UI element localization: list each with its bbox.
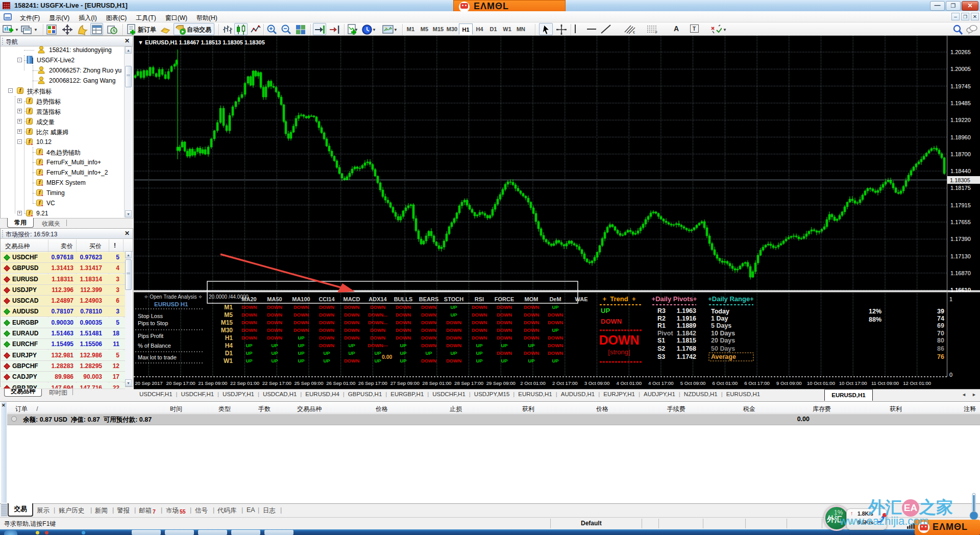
svg-text:✧ Open Trade Analysis ✧: ✧ Open Trade Analysis ✧ bbox=[144, 294, 203, 300]
svg-text:10 Oct 01:00: 10 Oct 01:00 bbox=[807, 380, 835, 386]
svg-text:1.17390: 1.17390 bbox=[950, 236, 971, 242]
svg-text:F: F bbox=[655, 31, 657, 34]
svg-text:DOWN: DOWN bbox=[446, 335, 461, 341]
svg-text:DOWN: DOWN bbox=[267, 327, 282, 333]
svg-text:DOWN: DOWN bbox=[548, 335, 563, 341]
svg-text:39: 39 bbox=[937, 308, 944, 315]
svg-text:UP: UP bbox=[348, 350, 355, 356]
svg-text:DOWN: DOWN bbox=[421, 343, 436, 348]
svg-text:MA100: MA100 bbox=[292, 296, 310, 302]
svg-text:€: € bbox=[633, 31, 635, 34]
svg-text:+Daily Pivots+: +Daily Pivots+ bbox=[652, 295, 697, 303]
svg-text:10 Days: 10 Days bbox=[711, 330, 735, 337]
svg-text:Stop Loss: Stop Loss bbox=[138, 313, 163, 319]
svg-text:1.1742: 1.1742 bbox=[677, 353, 696, 360]
svg-text:MACD: MACD bbox=[344, 296, 360, 302]
svg-text:+ Trend +: + Trend + bbox=[602, 295, 635, 303]
svg-text:80: 80 bbox=[937, 337, 944, 344]
svg-text:DOWN: DOWN bbox=[344, 358, 359, 363]
svg-text:1.20005: 1.20005 bbox=[950, 66, 971, 72]
svg-text:UP: UP bbox=[501, 358, 508, 363]
svg-text:1.19745: 1.19745 bbox=[950, 83, 971, 89]
svg-text:1.18700: 1.18700 bbox=[950, 151, 971, 157]
svg-text:1.18175: 1.18175 bbox=[950, 185, 971, 191]
svg-text:DOWN: DOWN bbox=[396, 304, 411, 310]
svg-text:DOWN: DOWN bbox=[497, 335, 512, 341]
svg-text:1.16610: 1.16610 bbox=[950, 287, 971, 293]
svg-text:UP: UP bbox=[323, 350, 330, 356]
svg-text:MA20: MA20 bbox=[241, 296, 256, 302]
svg-text:DOWN: DOWN bbox=[421, 312, 436, 318]
svg-text:28 Sep 17:00: 28 Sep 17:00 bbox=[454, 380, 483, 386]
svg-text:20 Days: 20 Days bbox=[711, 337, 735, 344]
svg-text:2 Oct 17:00: 2 Oct 17:00 bbox=[552, 380, 578, 386]
svg-text:DOWN: DOWN bbox=[524, 327, 539, 333]
svg-text:1: 1 bbox=[949, 296, 952, 302]
svg-text:WAE: WAE bbox=[575, 296, 587, 302]
svg-text:DOWN: DOWN bbox=[548, 343, 563, 348]
svg-text:DOWN---: DOWN--- bbox=[368, 343, 388, 348]
svg-text:DOWN: DOWN bbox=[472, 335, 487, 341]
svg-text:DOWN: DOWN bbox=[524, 335, 539, 341]
svg-text:DOWN: DOWN bbox=[548, 350, 563, 356]
svg-text:22 Sep 01:00: 22 Sep 01:00 bbox=[230, 380, 259, 386]
svg-text:DOWN: DOWN bbox=[319, 327, 334, 333]
svg-text:MOM: MOM bbox=[525, 296, 538, 302]
svg-text:DOWN: DOWN bbox=[497, 320, 512, 325]
svg-text:[strong]: [strong] bbox=[608, 348, 630, 356]
svg-text:Pivot: Pivot bbox=[657, 330, 673, 337]
svg-text:6 Oct 17:00: 6 Oct 17:00 bbox=[744, 380, 770, 386]
svg-text:UP: UP bbox=[374, 358, 381, 363]
svg-text:DOWN: DOWN bbox=[267, 320, 282, 325]
svg-text:DOWN: DOWN bbox=[267, 312, 282, 318]
svg-text:74: 74 bbox=[937, 315, 944, 322]
svg-text:1.1842: 1.1842 bbox=[677, 330, 696, 337]
svg-text:1.18960: 1.18960 bbox=[950, 134, 971, 140]
svg-text:UP: UP bbox=[298, 343, 305, 348]
svg-text:UP: UP bbox=[298, 335, 305, 341]
svg-text:DOWN: DOWN bbox=[446, 327, 461, 333]
svg-text:1.1963: 1.1963 bbox=[677, 307, 696, 314]
svg-text:% of Balance: % of Balance bbox=[138, 343, 171, 349]
svg-text:DOWN: DOWN bbox=[446, 320, 461, 325]
svg-text:26 Sep 01:00: 26 Sep 01:00 bbox=[326, 380, 355, 386]
svg-text:DeM: DeM bbox=[549, 296, 561, 302]
svg-text:DOWN: DOWN bbox=[267, 335, 282, 341]
svg-text:2 Oct 01:00: 2 Oct 01:00 bbox=[520, 380, 546, 386]
svg-text:DOWN: DOWN bbox=[599, 333, 639, 347]
svg-text:DOWN: DOWN bbox=[319, 320, 334, 325]
svg-text:D1: D1 bbox=[225, 350, 233, 357]
svg-text:DOWN: DOWN bbox=[472, 327, 487, 333]
svg-text:1.18305: 1.18305 bbox=[950, 177, 970, 183]
svg-text:ADX14: ADX14 bbox=[369, 296, 387, 302]
svg-text:11 Oct 09:00: 11 Oct 09:00 bbox=[871, 380, 899, 386]
svg-text:DOWN: DOWN bbox=[472, 312, 487, 318]
svg-text:S2: S2 bbox=[657, 345, 665, 352]
svg-text:50 Days: 50 Days bbox=[711, 345, 735, 352]
svg-text:UP: UP bbox=[528, 343, 535, 348]
svg-text:1.17655: 1.17655 bbox=[950, 219, 971, 225]
svg-text:DOWN: DOWN bbox=[344, 312, 359, 318]
svg-text:DOWN: DOWN bbox=[370, 327, 385, 333]
svg-text:1.1889: 1.1889 bbox=[677, 322, 696, 329]
svg-text:UP: UP bbox=[501, 343, 508, 348]
svg-text:DOWN: DOWN bbox=[601, 318, 622, 325]
svg-text:M30: M30 bbox=[221, 327, 233, 334]
svg-text:DOWN: DOWN bbox=[344, 320, 359, 325]
svg-text:DOWN: DOWN bbox=[497, 350, 512, 356]
svg-text:DOWN: DOWN bbox=[319, 304, 334, 310]
svg-text:UP: UP bbox=[246, 343, 253, 348]
svg-text:UP: UP bbox=[271, 350, 278, 356]
svg-text:25 Sep 09:00: 25 Sep 09:00 bbox=[294, 380, 323, 386]
svg-text:1.20265: 1.20265 bbox=[950, 49, 971, 55]
svg-text:1.16870: 1.16870 bbox=[950, 270, 971, 276]
svg-text:26 Sep 17:00: 26 Sep 17:00 bbox=[358, 380, 387, 386]
svg-text:Max lot to trade: Max lot to trade bbox=[138, 354, 177, 360]
svg-text:10 Oct 17:00: 10 Oct 17:00 bbox=[839, 380, 867, 386]
svg-text:DOWN: DOWN bbox=[293, 320, 309, 325]
svg-text:1.1916: 1.1916 bbox=[677, 315, 696, 322]
svg-text:DOWN: DOWN bbox=[370, 304, 385, 310]
svg-text:UP: UP bbox=[400, 343, 407, 348]
svg-text:DOWN: DOWN bbox=[396, 320, 411, 325]
svg-text:UP: UP bbox=[552, 304, 559, 310]
